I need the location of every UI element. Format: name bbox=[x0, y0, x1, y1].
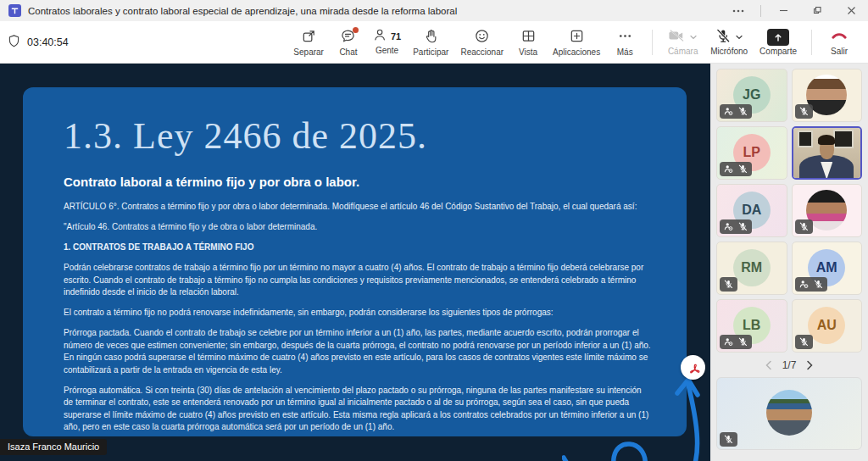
toolbar-divider-2 bbox=[811, 30, 812, 55]
mic-off-icon bbox=[738, 222, 748, 231]
meeting-toolbar: 03:40:54 Separar Chat 71 Gente Pa bbox=[0, 21, 868, 64]
shared-content-stage: 1.3. Ley 2466 de 2025. Contrato laboral … bbox=[0, 64, 710, 461]
more-options-button[interactable]: Más bbox=[606, 25, 643, 59]
tile-status-badges bbox=[720, 277, 737, 292]
smiley-icon bbox=[474, 28, 490, 47]
avatar-initials: AU bbox=[808, 307, 845, 344]
chat-label: Chat bbox=[339, 47, 357, 57]
hang-up-icon bbox=[830, 28, 849, 46]
people-icon bbox=[373, 27, 388, 45]
microphone-button[interactable]: Micrófono bbox=[704, 26, 754, 58]
page-prev-button[interactable] bbox=[763, 358, 774, 372]
pdf-icon bbox=[681, 355, 705, 380]
participant-tile[interactable] bbox=[792, 184, 863, 237]
tile-status-badges bbox=[720, 219, 752, 234]
window-more-button[interactable] bbox=[721, 0, 755, 21]
camera-button[interactable]: Cámara bbox=[661, 26, 704, 58]
window-close-button[interactable] bbox=[834, 0, 868, 21]
speaker-video-feed bbox=[793, 128, 861, 178]
titlebar-divider bbox=[760, 5, 761, 17]
people-button[interactable]: 71 Gente bbox=[367, 25, 407, 58]
view-button[interactable]: Vista bbox=[509, 25, 547, 59]
share-label: Comparte bbox=[760, 47, 797, 56]
slide-title: 1.3. Ley 2466 de 2025. bbox=[64, 114, 653, 158]
microphone-chevron-icon[interactable] bbox=[734, 33, 744, 42]
mic-off-icon bbox=[724, 280, 733, 289]
participants-grid: JGLPDARMAMLBAU bbox=[716, 69, 862, 353]
ellipsis-icon bbox=[617, 28, 633, 47]
tile-status-badges bbox=[795, 335, 813, 349]
presenter-badge-icon bbox=[799, 280, 809, 289]
mic-off-icon bbox=[738, 164, 748, 174]
participant-tile[interactable]: JG bbox=[716, 69, 787, 122]
mic-off-icon bbox=[799, 107, 809, 116]
presentation-slide: 1.3. Ley 2466 de 2025. Contrato laboral … bbox=[23, 87, 687, 436]
participant-tile[interactable] bbox=[792, 126, 863, 180]
presenter-name-label: Isaza Franco Mauricio bbox=[0, 439, 107, 455]
mic-off-icon bbox=[799, 222, 809, 231]
self-view-tile[interactable] bbox=[716, 377, 862, 450]
view-label: Vista bbox=[519, 47, 537, 57]
self-view-holder bbox=[716, 377, 862, 450]
tile-status-badges bbox=[795, 104, 813, 119]
window-maximize-button[interactable] bbox=[800, 0, 834, 21]
more-options-label: Más bbox=[617, 47, 633, 57]
chat-button[interactable]: Chat bbox=[330, 25, 367, 59]
presenter-badge-icon bbox=[724, 107, 733, 116]
leave-button[interactable]: Salir bbox=[821, 25, 858, 58]
participant-tile[interactable]: AU bbox=[792, 299, 863, 353]
mic-off-icon bbox=[724, 435, 733, 444]
tile-status-badges bbox=[720, 432, 737, 447]
tile-status-badges bbox=[720, 335, 752, 349]
mic-off-icon bbox=[799, 337, 809, 347]
slide-subtitle: Contrato laboral a término fijo y por ob… bbox=[64, 175, 653, 189]
tile-status-badges bbox=[720, 162, 752, 176]
popout-button[interactable]: Separar bbox=[287, 25, 330, 59]
slide-paragraph: ARTÍCULO 6°. Contratos a término fijo y … bbox=[64, 201, 653, 214]
leave-label: Salir bbox=[831, 47, 848, 56]
presenter-badge-icon bbox=[724, 222, 733, 231]
apps-button[interactable]: Aplicaciones bbox=[547, 25, 606, 59]
presenter-badge-icon bbox=[724, 164, 733, 174]
window-minimize-button[interactable] bbox=[766, 0, 800, 21]
tile-status-badges bbox=[720, 104, 752, 119]
page-next-button[interactable] bbox=[804, 358, 815, 372]
people-label: Gente bbox=[376, 46, 398, 55]
teams-meeting-window: Contratos laborales y contrato laboral e… bbox=[0, 0, 868, 461]
participant-tile[interactable] bbox=[792, 69, 863, 122]
react-button[interactable]: Reaccionar bbox=[454, 25, 509, 59]
people-count: 71 bbox=[391, 31, 401, 42]
meeting-timer: 03:40:54 bbox=[27, 36, 69, 48]
apps-label: Aplicaciones bbox=[553, 47, 600, 57]
popout-icon bbox=[301, 28, 317, 47]
avatar-initials: RM bbox=[733, 249, 771, 286]
microphone-label: Micrófono bbox=[710, 47, 748, 56]
slide-paragraph: El contrato a término fijo no podrá reno… bbox=[64, 307, 653, 319]
slide-heading: 1. CONTRATOS DE TRABAJO A TÉRMINO FIJO bbox=[64, 242, 653, 254]
mic-off-icon bbox=[738, 107, 748, 116]
presenter-badge-icon bbox=[724, 337, 733, 347]
raise-hand-label: Participar bbox=[413, 47, 448, 57]
slide-paragraph: Prórroga automática. Si con treinta (30)… bbox=[64, 385, 653, 434]
toolbar-divider bbox=[652, 30, 653, 55]
speaker-head bbox=[820, 137, 834, 159]
shield-icon bbox=[7, 34, 21, 51]
participant-tile[interactable]: RM bbox=[716, 242, 787, 295]
camera-chevron-icon[interactable] bbox=[688, 33, 698, 42]
chat-notification-dot bbox=[353, 27, 359, 33]
participant-tile[interactable]: DA bbox=[716, 184, 787, 237]
participant-tile[interactable]: LB bbox=[716, 299, 787, 353]
raise-hand-button[interactable]: Participar bbox=[407, 25, 454, 59]
titlebar: Contratos laborales y contrato laboral e… bbox=[0, 0, 868, 21]
participant-tile[interactable]: AM bbox=[792, 242, 863, 295]
mic-off-icon bbox=[814, 280, 823, 289]
wall-frame bbox=[833, 130, 854, 148]
participant-tile[interactable]: LP bbox=[716, 126, 787, 180]
window-title: Contratos laborales y contrato laboral e… bbox=[28, 6, 457, 16]
tile-status-badges bbox=[795, 219, 813, 234]
camera-label: Cámara bbox=[668, 47, 698, 56]
participants-panel: JGLPDARMAMLBAU 1/7 bbox=[710, 64, 868, 461]
share-button[interactable]: Comparte bbox=[754, 26, 803, 58]
slide-paragraph: Podrán celebrarse contratos de trabajo a… bbox=[64, 262, 653, 299]
add-app-icon bbox=[569, 28, 585, 47]
